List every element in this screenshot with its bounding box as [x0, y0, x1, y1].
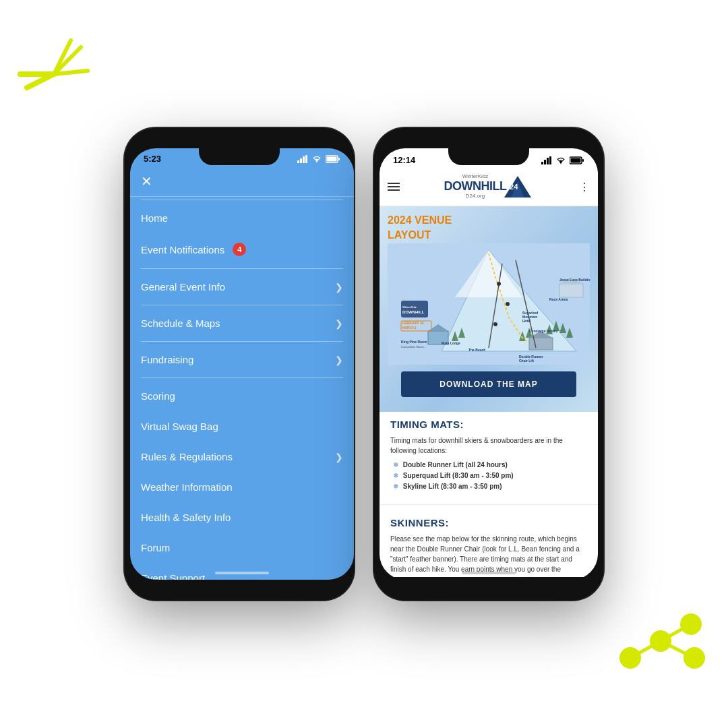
timing-item-1-text: Double Runner Lift (all 24 hours) [403, 461, 508, 468]
signal-icon [297, 155, 308, 163]
svg-text:Concierge Details: Concierge Details [529, 329, 557, 333]
home-indicator [215, 572, 269, 574]
nav-header: ✕ [130, 166, 354, 197]
timing-title: TIMING MATS: [390, 419, 587, 430]
skinners-text: Please see the map below for the skinnin… [390, 534, 587, 574]
svg-rect-12 [297, 160, 299, 163]
svg-text:Main Lodge: Main Lodge [442, 341, 460, 345]
notch-right [448, 148, 529, 165]
download-map-button[interactable]: DOWNLOAD THE MAP [401, 371, 576, 397]
nav-item-home[interactable]: Home [130, 203, 354, 233]
notification-badge: 4 [233, 243, 246, 256]
svg-rect-14 [303, 156, 305, 163]
svg-text:24: 24 [510, 183, 518, 191]
venue-title2: LAYOUT [388, 229, 590, 241]
svg-rect-62 [401, 301, 428, 317]
svg-text:Hotel: Hotel [522, 319, 531, 323]
nav-drawer: ✕ Home Event Notifications 4 General Eve… [130, 166, 354, 580]
venue-title: 2024 VENUE [388, 214, 590, 226]
svg-rect-26 [582, 159, 584, 162]
svg-rect-20 [541, 162, 543, 164]
nav-item-weather[interactable]: Weather Information [130, 472, 354, 502]
hamburger-line3 [388, 189, 400, 191]
chevron-icon-schedule: ❯ [335, 318, 343, 329]
nav-label-scoring: Scoring [141, 390, 175, 402]
phone1-status-icons [297, 155, 340, 163]
svg-point-16 [316, 160, 317, 162]
svg-point-50 [497, 282, 501, 286]
timing-item-3: ❄ Skyline Lift (8:30 am - 3:50 pm) [390, 481, 587, 492]
logo-mountain-icon: 24 [501, 173, 535, 200]
svg-text:WinterKidz: WinterKidz [402, 305, 417, 309]
nav-divider-1 [141, 268, 343, 269]
svg-rect-19 [327, 156, 337, 161]
nav-item-scoring[interactable]: Scoring [130, 381, 354, 411]
phones-container: 5:23 [125, 128, 603, 600]
svg-rect-44 [529, 338, 553, 350]
svg-rect-15 [305, 155, 307, 163]
timing-item-3-text: Skyline Lift (8:30 am - 3:50 pm) [403, 483, 502, 490]
chevron-icon-general: ❯ [335, 282, 343, 293]
svg-text:Chair Lift: Chair Lift [519, 359, 534, 363]
nav-divider-4 [141, 377, 343, 378]
nav-label-forum: Forum [141, 542, 170, 553]
nav-item-health[interactable]: Health & Safety Info [130, 502, 354, 533]
hamburger-line2 [388, 186, 400, 187]
svg-text:Race Arena: Race Arena [549, 297, 568, 301]
snow-bullet-2: ❄ [393, 472, 398, 479]
decorative-burst-topleft [13, 34, 94, 117]
svg-rect-46 [559, 284, 583, 297]
timing-item-2-text: Superquad Lift (8:30 am - 3:50 pm) [403, 472, 514, 479]
svg-text:DOWNHILL: DOWNHILL [402, 310, 425, 314]
phone2-content[interactable]: 2024 VENUE LAYOUT [380, 206, 598, 577]
nav-item-fundraising[interactable]: Fundraising ❯ [130, 344, 354, 375]
more-button[interactable]: ⋮ [579, 181, 590, 193]
svg-text:The Beach: The Beach [468, 348, 485, 352]
nav-label-support: Event Support [141, 572, 205, 580]
nav-item-rules[interactable]: Rules & Regulations ❯ [130, 442, 354, 472]
decorative-dots-bottomright [613, 597, 708, 688]
hamburger-line1 [388, 183, 400, 184]
venue-map-section: 2024 VENUE LAYOUT [380, 206, 598, 412]
nav-item-schedule[interactable]: Schedule & Maps ❯ [130, 308, 354, 338]
logo-text: WinterKidz DOWNHILL D24.org [444, 174, 507, 199]
svg-rect-18 [338, 158, 340, 160]
hamburger-menu[interactable] [388, 183, 400, 191]
logo-downhill: DOWNHILL [444, 180, 507, 193]
nav-label-notifications: Event Notifications [141, 244, 224, 255]
svg-text:Competition Races...: Competition Races... [401, 345, 426, 348]
nav-label-schedule: Schedule & Maps [141, 317, 220, 329]
section-divider-1 [380, 504, 598, 505]
svg-point-52 [493, 322, 497, 326]
nav-notifications-row: Event Notifications 4 [141, 243, 246, 256]
nav-divider-2 [141, 305, 343, 305]
nav-item-swag[interactable]: Virtual Swag Bag [130, 411, 354, 442]
svg-point-24 [560, 162, 562, 163]
logo-d24: D24.org [444, 193, 507, 200]
phone-left: 5:23 [125, 128, 354, 600]
svg-text:Jesse Luce Building: Jesse Luce Building [559, 278, 590, 282]
phone2-time: 12:14 [393, 155, 415, 165]
svg-rect-27 [571, 158, 581, 162]
nav-item-forum[interactable]: Forum [130, 533, 354, 563]
map-illustration: King Pine Room Competition Races... Doub… [388, 243, 590, 365]
app-logo: WinterKidz DOWNHILL D24.org 24 [444, 173, 535, 200]
phone2-status-icons [541, 156, 584, 164]
phone2-screen: 12:14 [380, 148, 598, 580]
chevron-icon-rules: ❯ [335, 452, 343, 462]
nav-label-weather: Weather Information [141, 481, 233, 493]
nav-divider-top [141, 200, 343, 200]
timing-item-2: ❄ Superquad Lift (8:30 am - 3:50 pm) [390, 471, 587, 481]
phone1-screen: 5:23 [130, 148, 354, 580]
app-header: WinterKidz DOWNHILL D24.org 24 ⋮ [380, 168, 598, 206]
nav-label-swag: Virtual Swag Bag [141, 421, 218, 432]
nav-label-fundraising: Fundraising [141, 354, 193, 365]
close-button[interactable]: ✕ [141, 175, 152, 188]
nav-item-general-event[interactable]: General Event Info ❯ [130, 272, 354, 302]
nav-label-general: General Event Info [141, 281, 225, 293]
timing-item-1: ❄ Double Runner Lift (all 24 hours) [390, 460, 587, 471]
nav-item-event-notifications[interactable]: Event Notifications 4 [130, 233, 354, 266]
nav-label-home: Home [141, 212, 168, 224]
notch-left [199, 148, 280, 165]
nav-divider-3 [141, 341, 343, 342]
